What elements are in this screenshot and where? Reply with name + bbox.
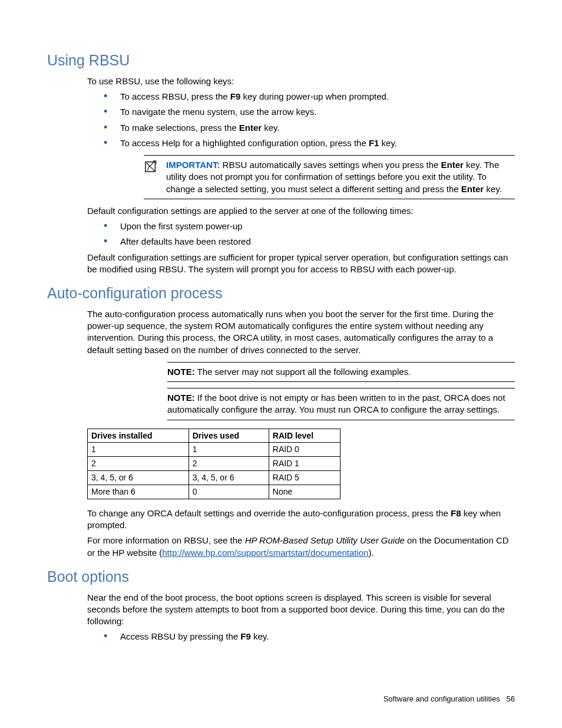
table-row: 3, 4, 5, or 6 3, 4, 5, or 6 RAID 5	[88, 471, 340, 485]
paragraph: For more information on RBSU, see the HP…	[87, 535, 515, 559]
section-body: The auto-configuration process automatic…	[87, 308, 515, 420]
key-name: Enter	[461, 184, 484, 194]
heading-using-rbsu: Using RBSU	[47, 51, 515, 71]
text: If the boot drive is not empty or has be…	[167, 393, 505, 414]
table-row: More than 6 0 None	[88, 485, 340, 499]
table-header-row: Drives installed Drives used RAID level	[88, 429, 340, 443]
text: For more information on RBSU, see the	[87, 535, 245, 545]
note-callout: NOTE: If the boot drive is not empty or …	[167, 388, 515, 420]
paragraph: Default configuration settings are appli…	[87, 205, 515, 217]
table-cell: RAID 0	[269, 443, 340, 457]
key-name: F9	[230, 91, 241, 101]
paragraph: Near the end of the boot process, the bo…	[87, 592, 515, 628]
table-row: 1 1 RAID 0	[88, 443, 340, 457]
section-body: Near the end of the boot process, the bo…	[87, 592, 515, 643]
table-cell: 3, 4, 5, or 6	[189, 471, 269, 485]
section-body: To use RBSU, use the following keys: To …	[87, 75, 515, 199]
text: The server may not support all the follo…	[195, 367, 411, 377]
text: key.	[262, 123, 280, 133]
table-cell: 2	[88, 457, 189, 471]
text: To access RBSU, press the	[120, 91, 230, 101]
paragraph: Default configuration settings are suffi…	[87, 252, 515, 276]
table-cell: 3, 4, 5, or 6	[88, 471, 189, 485]
table-cell: RAID 5	[269, 471, 340, 485]
table-cell: 1	[189, 443, 269, 457]
text: To make selections, press the	[120, 123, 239, 133]
list-item: To make selections, press the Enter key.	[104, 122, 515, 134]
note-label: NOTE:	[167, 367, 195, 377]
text: key.	[379, 138, 397, 148]
raid-table: Drives installed Drives used RAID level …	[87, 429, 340, 499]
table-cell: 0	[189, 485, 269, 499]
key-name: F1	[369, 138, 379, 148]
table-cell: 2	[189, 457, 269, 471]
list-item: To access Help for a highlighted configu…	[104, 137, 515, 149]
key-name: Enter	[441, 160, 464, 170]
table-header: RAID level	[269, 429, 340, 443]
footer-text: Software and configuration utilities	[384, 694, 500, 703]
document-page: Using RBSU To use RBSU, use the followin…	[0, 0, 562, 728]
table-cell: More than 6	[88, 485, 189, 499]
important-callout: IMPORTANT: RBSU automatically saves sett…	[144, 155, 515, 199]
list-item: To navigate the menu system, use the arr…	[104, 106, 515, 118]
list-item: Access RBSU by pressing the F9 key.	[104, 631, 515, 643]
guide-title: HP ROM-Based Setup Utility User Guide	[245, 535, 405, 545]
heading-auto-configuration: Auto-configuration process	[47, 284, 515, 304]
table-row: 2 2 RAID 1	[88, 457, 340, 471]
section-body: Default configuration settings are appli…	[87, 205, 515, 248]
important-label: IMPORTANT:	[166, 160, 220, 170]
text: To access Help for a highlighted configu…	[120, 138, 369, 148]
text: To change any ORCA default settings and …	[87, 508, 451, 518]
text: key.	[484, 184, 502, 194]
key-name: F9	[240, 631, 251, 641]
note-callout: NOTE: The server may not support all the…	[167, 362, 515, 382]
page-footer: Software and configuration utilities 56	[384, 694, 515, 704]
list-item: To access RBSU, press the F9 key during …	[104, 91, 515, 103]
hp-link[interactable]: http://www.hp.com/support/smartstart/doc…	[162, 548, 368, 558]
table-header: Drives used	[189, 429, 269, 443]
note-label: NOTE:	[167, 393, 195, 403]
paragraph: The auto-configuration process automatic…	[87, 308, 515, 356]
table-cell: None	[269, 485, 340, 499]
text: key during power-up when prompted.	[240, 91, 389, 101]
paragraph: To use RBSU, use the following keys:	[87, 75, 515, 87]
table-header: Drives installed	[88, 429, 189, 443]
page-number: 56	[507, 694, 515, 703]
key-name: Enter	[239, 123, 262, 133]
text: key.	[251, 631, 269, 641]
list-item: After defaults have been restored	[104, 236, 515, 248]
text: Access RBSU by pressing the	[120, 631, 240, 641]
paragraph: To change any ORCA default settings and …	[87, 508, 515, 532]
text: RBSU automatically saves settings when y…	[220, 160, 441, 170]
section-body: To change any ORCA default settings and …	[87, 508, 515, 559]
table-cell: 1	[88, 443, 189, 457]
table-cell: RAID 1	[269, 457, 340, 471]
key-name: F8	[451, 508, 461, 518]
list-item: Upon the first system power-up	[104, 220, 515, 232]
heading-boot-options: Boot options	[47, 567, 515, 587]
text: ).	[368, 548, 373, 558]
important-icon	[144, 159, 158, 173]
